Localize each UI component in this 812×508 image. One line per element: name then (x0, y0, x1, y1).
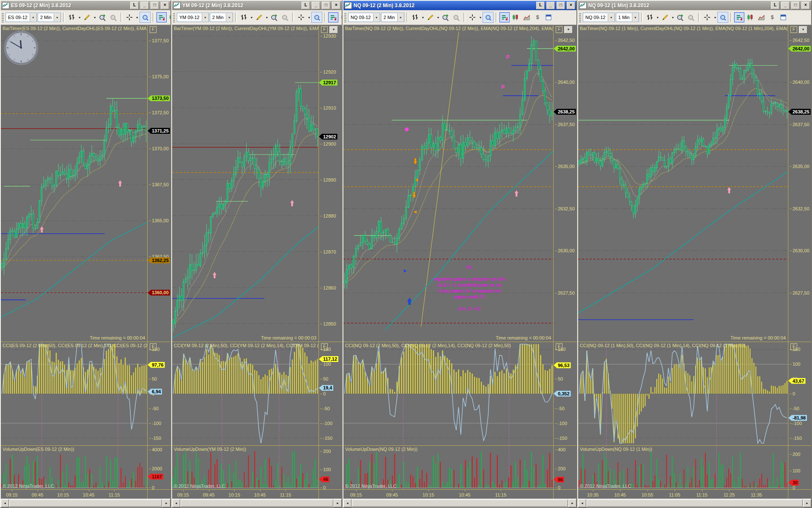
toolbar-grip-icon[interactable] (2, 12, 4, 22)
link-button[interactable]: L (130, 2, 139, 9)
cci-plot[interactable]: CCI(NQ 09-12 (1 Min),50), CCI(NQ 09-12 (… (578, 342, 788, 445)
link-button[interactable]: L (302, 2, 310, 9)
scroll-right-button[interactable]: ► (803, 499, 811, 507)
chevron-down-icon[interactable]: ▼ (373, 14, 380, 21)
interval-select[interactable]: 2 Min▼ (210, 13, 233, 22)
panel-icon[interactable] (543, 12, 554, 22)
scroll-right-button[interactable]: ► (162, 499, 170, 507)
price-plot[interactable]: BarTimer(ES 09-12 (2 Min)), CurrentDayOH… (1, 25, 147, 342)
chart-style-candles-icon[interactable] (510, 12, 521, 22)
chevron-down-icon[interactable]: ▼ (136, 16, 139, 19)
cci-chart-canvas[interactable] (578, 342, 788, 445)
window-titlebar[interactable]: ES 09-12 (2 Min) 3.8.2012L_□× (1, 1, 170, 10)
panel-features-button[interactable]: F (556, 343, 562, 350)
scroll-right-button[interactable]: ► (568, 499, 576, 507)
volume-chart-canvas[interactable] (578, 446, 788, 489)
zoom-in-icon[interactable] (269, 12, 279, 22)
panel-features-button[interactable]: F (556, 26, 562, 33)
zoom-in-icon[interactable] (97, 12, 107, 22)
horizontal-scrollbar[interactable]: ◄► (343, 499, 576, 507)
chart-style-mountain-icon[interactable] (756, 12, 766, 22)
indicator-dropdown-button[interactable]: ▼ (564, 26, 573, 33)
volume-chart-canvas[interactable] (1, 446, 147, 489)
interval-select[interactable]: 2 Min▼ (381, 13, 404, 22)
close-button[interactable]: × (567, 2, 575, 9)
link-button[interactable]: L (771, 2, 779, 9)
chevron-down-icon[interactable]: ▼ (250, 16, 253, 19)
panel-features-button[interactable]: F (150, 26, 156, 33)
price-bars-icon[interactable] (67, 12, 77, 22)
interval-select[interactable]: 2 Min▼ (38, 13, 61, 22)
price-plot[interactable]: BarTimer(NQ 09-12 (1 Min)), CurrentDayOH… (578, 25, 788, 342)
minimize-button[interactable]: _ (546, 2, 555, 9)
volume-plot[interactable]: VolumeUpDown(NQ 09-12 (2 Min))© 2012 Nin… (343, 446, 553, 489)
panel-icon[interactable] (778, 12, 788, 22)
chevron-down-icon[interactable]: ▼ (397, 14, 404, 21)
volume-plot[interactable]: VolumeUpDown(NQ 09-12 (1 Min))© 2012 Nin… (578, 446, 788, 489)
panel-features-button[interactable]: F (790, 26, 797, 33)
price-chart-canvas[interactable] (172, 25, 318, 342)
toolbar-grip-icon[interactable] (579, 12, 581, 22)
dollar-icon[interactable]: $ (767, 12, 777, 22)
indicator-dropdown-button[interactable]: ▼ (799, 26, 807, 33)
panel-features-button[interactable]: F (321, 26, 328, 33)
price-plot[interactable]: PPBarTimer(NQ 09-12 (2 Min)), CurrentDay… (343, 25, 553, 342)
instrument-select[interactable]: ES 09-12▼ (5, 13, 37, 22)
minimize-button[interactable]: _ (312, 2, 320, 9)
chevron-down-icon[interactable]: ▼ (266, 16, 269, 19)
panel-features-button[interactable]: F (150, 343, 156, 350)
chevron-down-icon[interactable]: ▼ (307, 16, 310, 19)
panel-features-button[interactable]: F (790, 343, 797, 350)
zoom-out-icon[interactable] (108, 12, 118, 22)
price-bars-icon[interactable] (645, 12, 655, 22)
close-button[interactable]: × (801, 2, 810, 9)
pan-icon[interactable] (140, 12, 151, 23)
cci-chart-canvas[interactable] (172, 342, 318, 445)
volume-plot[interactable]: VolumeUpDown(ES 09-12 (2 Min))© 2012 Nin… (1, 446, 147, 489)
toolbar-grip-icon[interactable] (344, 12, 346, 22)
chart-style-selected-icon[interactable] (328, 12, 338, 22)
maximize-button[interactable]: □ (557, 2, 565, 9)
scrollbar-thumb[interactable] (181, 500, 333, 507)
zoom-out-icon[interactable] (451, 12, 461, 22)
scroll-left-button[interactable]: ◄ (1, 499, 9, 507)
chevron-down-icon[interactable]: ▼ (54, 14, 60, 21)
scrollbar-thumb[interactable] (587, 500, 803, 507)
price-chart-canvas[interactable] (578, 25, 788, 342)
scroll-left-button[interactable]: ◄ (343, 499, 351, 507)
scroll-right-button[interactable]: ► (334, 499, 342, 507)
chart-style-candles-icon[interactable] (339, 12, 342, 22)
toolbar-grip-icon[interactable] (173, 12, 175, 22)
close-button[interactable]: × (161, 2, 169, 9)
scroll-left-button[interactable]: ◄ (578, 499, 586, 507)
scrollbar-thumb[interactable] (9, 500, 162, 507)
volume-chart-canvas[interactable] (343, 446, 553, 489)
volume-plot[interactable]: VolumeUpDown(YM 09-12 (2 Min))© 2012 Nin… (172, 446, 318, 489)
pencil-icon[interactable] (660, 12, 670, 22)
link-button[interactable]: L (536, 2, 545, 9)
maximize-button[interactable]: □ (151, 2, 159, 9)
cci-chart-canvas[interactable] (1, 342, 147, 445)
scroll-left-button[interactable]: ◄ (172, 499, 180, 507)
price-chart-canvas[interactable] (1, 25, 147, 342)
scrollbar-thumb[interactable] (352, 500, 568, 507)
chart-style-mountain-icon[interactable] (521, 12, 532, 22)
pencil-icon[interactable] (425, 12, 436, 22)
instrument-select[interactable]: NQ 09-12▼ (583, 13, 615, 22)
price-bars-icon[interactable] (410, 12, 420, 22)
pan-icon[interactable] (483, 12, 494, 23)
chart-style-candles-icon[interactable] (745, 12, 755, 22)
maximize-button[interactable]: □ (322, 2, 330, 9)
price-plot[interactable]: BarTimer(YM 09-12 (2 Min)), CurrentDayOH… (172, 25, 318, 342)
indicator-dropdown-button[interactable]: ▼ (329, 26, 338, 33)
interval-select[interactable]: 1 Min▼ (616, 13, 639, 22)
chevron-down-icon[interactable]: ▼ (479, 16, 482, 19)
chevron-down-icon[interactable]: ▼ (226, 14, 233, 21)
crosshair-icon[interactable] (296, 12, 306, 22)
chevron-down-icon[interactable]: ▼ (93, 16, 96, 19)
volume-chart-canvas[interactable] (172, 446, 318, 489)
window-titlebar[interactable]: YM 09-12 (2 Min) 3.8.2012L_□× (172, 1, 342, 10)
cci-plot[interactable]: CCI(YM 09-12 (2 Min),50), CCI(YM 09-12 (… (172, 342, 318, 445)
cci-plot[interactable]: CCI(NQ 09-12 (2 Min),50), CCI(NQ 09-12 (… (343, 342, 553, 445)
chevron-down-icon[interactable]: ▼ (437, 16, 440, 19)
